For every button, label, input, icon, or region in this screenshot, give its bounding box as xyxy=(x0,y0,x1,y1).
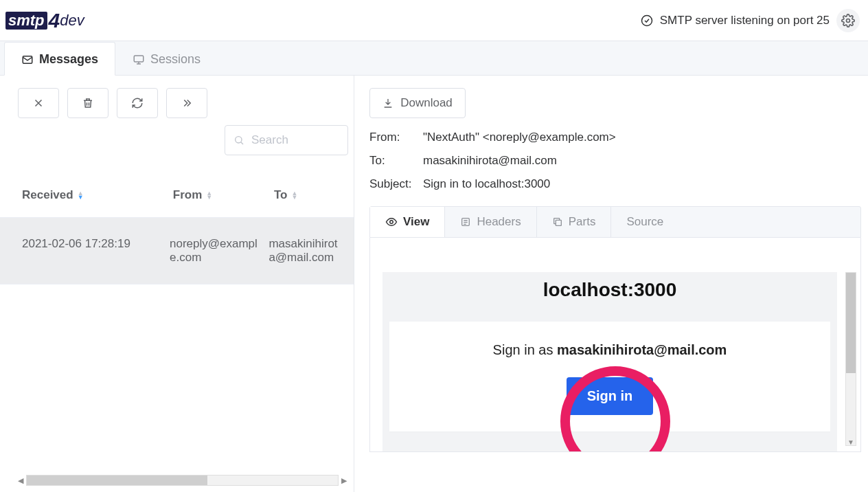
to-label: To: xyxy=(369,154,423,168)
subtab-view[interactable]: View xyxy=(370,207,445,237)
logo-smtp: smtp xyxy=(5,12,47,30)
from-label: From: xyxy=(369,131,423,144)
svg-point-5 xyxy=(390,221,393,224)
scroll-down-icon: ▼ xyxy=(846,438,856,446)
tab-messages-label: Messages xyxy=(39,52,98,67)
subject-label: Subject: xyxy=(369,177,423,191)
cell-to: masakinihirota@mail.com xyxy=(269,237,341,265)
settings-button[interactable] xyxy=(836,9,860,32)
subtab-headers[interactable]: Headers xyxy=(445,207,536,237)
column-received-label: Received xyxy=(22,188,73,202)
signin-email: masakinihirota@mail.com xyxy=(557,342,727,357)
check-icon xyxy=(641,14,653,27)
double-chevron-right-icon xyxy=(181,97,193,109)
search-input[interactable] xyxy=(250,133,339,148)
signin-prefix: Sign in as xyxy=(493,342,557,357)
sort-icon: ▲▼ xyxy=(78,191,84,199)
column-to-label: To xyxy=(274,188,288,202)
column-from[interactable]: From ▲▼ xyxy=(173,188,274,202)
delete-button[interactable] xyxy=(67,88,108,118)
svg-rect-7 xyxy=(556,220,561,225)
tab-messages[interactable]: Messages xyxy=(4,42,115,76)
cell-received: 2021-02-06 17:28:19 xyxy=(22,237,170,265)
subtab-headers-label: Headers xyxy=(477,215,521,229)
server-status: SMTP server listening on port 25 xyxy=(660,14,830,27)
subject-value: Sign in to localhost:3000 xyxy=(423,177,861,191)
tab-sessions[interactable]: Sessions xyxy=(115,42,218,75)
signin-text: Sign in as masakinihirota@mail.com xyxy=(396,342,823,358)
vertical-scrollbar[interactable]: ▲ ▼ xyxy=(845,272,856,446)
column-received[interactable]: Received ▲▼ xyxy=(22,188,173,202)
gear-icon xyxy=(841,14,855,27)
svg-rect-3 xyxy=(134,56,144,62)
copy-icon xyxy=(552,216,563,227)
cell-from: noreply@example.com xyxy=(170,237,269,265)
column-to[interactable]: To ▲▼ xyxy=(274,188,341,202)
app-logo: smtp 4 dev xyxy=(5,9,84,32)
svg-point-0 xyxy=(641,15,652,25)
refresh-icon xyxy=(131,97,144,109)
body-host: localhost:3000 xyxy=(382,279,837,301)
subtab-source[interactable]: Source xyxy=(611,207,678,237)
trash-icon xyxy=(82,97,94,109)
scroll-left-icon: ◀ xyxy=(18,476,23,485)
table-header: Received ▲▼ From ▲▼ To ▲▼ xyxy=(0,173,354,218)
logo-dev: dev xyxy=(60,12,84,30)
close-icon xyxy=(32,97,45,109)
scroll-track[interactable] xyxy=(26,475,339,486)
download-icon xyxy=(382,98,393,109)
refresh-button[interactable] xyxy=(117,88,158,118)
mail-icon xyxy=(21,54,34,66)
subtab-view-label: View xyxy=(403,215,429,229)
list-icon xyxy=(460,216,471,227)
scroll-thumb[interactable] xyxy=(846,273,856,373)
table-row[interactable]: 2021-02-06 17:28:19 noreply@example.com … xyxy=(0,218,354,284)
svg-point-1 xyxy=(847,19,850,22)
eye-icon xyxy=(385,216,398,228)
search-field[interactable] xyxy=(225,125,348,155)
to-value: masakinihirota@mail.com xyxy=(423,154,861,168)
scroll-right-icon: ▶ xyxy=(341,476,347,485)
subtab-parts[interactable]: Parts xyxy=(537,207,612,237)
from-value: "NextAuth" <noreply@example.com> xyxy=(423,131,861,144)
scroll-thumb[interactable] xyxy=(27,476,207,485)
sort-icon: ▲▼ xyxy=(206,191,212,199)
clear-button[interactable] xyxy=(18,88,59,118)
search-icon xyxy=(233,135,250,146)
column-from-label: From xyxy=(173,188,203,202)
horizontal-scrollbar[interactable]: ◀ ▶ xyxy=(18,474,347,487)
message-body: localhost:3000 Sign in as masakinihirota… xyxy=(369,238,861,452)
tab-sessions-label: Sessions xyxy=(150,52,201,67)
download-button[interactable]: Download xyxy=(369,88,466,118)
download-label: Download xyxy=(400,96,453,110)
logo-four: 4 xyxy=(49,9,60,32)
svg-point-4 xyxy=(236,137,242,143)
subtab-parts-label: Parts xyxy=(569,215,596,229)
sort-icon: ▲▼ xyxy=(291,191,297,199)
subtab-source-label: Source xyxy=(626,215,663,229)
relay-button[interactable] xyxy=(166,88,207,118)
monitor-icon xyxy=(133,54,145,66)
